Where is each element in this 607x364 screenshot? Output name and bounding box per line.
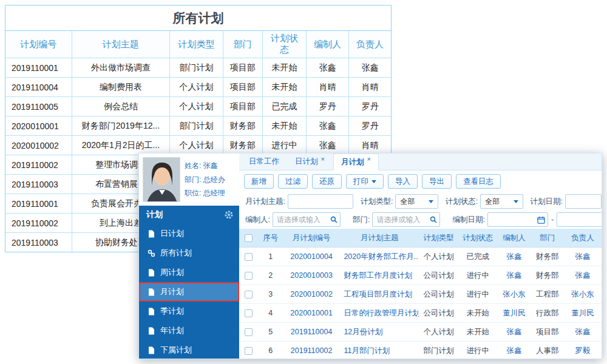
plan-code-cell: 2020010001	[283, 304, 341, 322]
created-date-end-input[interactable]	[557, 212, 602, 227]
avatar	[143, 157, 180, 202]
subject-cell-link[interactable]: 财务部工作月度计划	[344, 271, 412, 281]
cell: 肖晴	[349, 78, 391, 96]
cell: 财务部	[223, 116, 263, 135]
sidebar-nav: 日计划所有计划周计划月计划季计划年计划下属计划	[139, 224, 239, 359]
caret-down-icon	[514, 200, 518, 203]
gear-icon[interactable]	[225, 211, 233, 219]
subject-cell-link[interactable]: 12月份计划	[344, 327, 382, 337]
serial-cell: 3	[259, 285, 283, 303]
search-icon[interactable]	[430, 216, 437, 223]
creator-cell: 董川民	[498, 304, 531, 322]
calendar-icon[interactable]	[537, 216, 545, 224]
row-checkbox[interactable]	[245, 253, 253, 261]
cell: 部门计划	[170, 116, 223, 135]
plan-code-cell-link[interactable]: 2020010002	[290, 290, 333, 298]
creator-cell: 张鑫	[498, 342, 531, 359]
creator-cell-link[interactable]: 张小东	[503, 289, 526, 300]
plan-status-select[interactable]: 全部	[480, 194, 523, 209]
owner-cell-link[interactable]: 张小东	[571, 289, 594, 300]
subject-cell-link[interactable]: 日常的行政管理月计划	[344, 308, 419, 318]
checkbox-cell	[239, 304, 259, 322]
row-checkbox[interactable]	[245, 291, 253, 298]
print-button[interactable]: 打印	[346, 174, 384, 189]
subject-filter-input[interactable]	[288, 194, 353, 209]
sidebar-item-month-plan[interactable]: 月计划	[139, 282, 239, 302]
creator-cell-link[interactable]: 张鑫	[506, 252, 521, 262]
plan-code-cell-link[interactable]: 2020010004	[290, 252, 333, 261]
sidebar-item-all-plans[interactable]: 所有计划	[139, 243, 239, 263]
close-icon[interactable]: ×	[321, 155, 325, 163]
filter-button[interactable]: 过滤	[278, 174, 308, 189]
table-row[interactable]: 2020010001财务部门2019年12...部门计划财务部未开始张鑫罗丹	[5, 116, 391, 135]
search-icon[interactable]	[330, 216, 337, 223]
sidebar-item-subordinate-plan[interactable]: 下属计划	[139, 340, 239, 359]
subject-cell-link[interactable]: 工程项目部月度计划	[344, 289, 412, 300]
all-plans-title: 所有计划	[5, 5, 391, 31]
column-header: 计划状态	[458, 229, 498, 247]
column-header: 序号	[259, 229, 283, 247]
subject-cell-link[interactable]: 2020年财务部工作月...	[344, 252, 419, 262]
owner-cell: 张鑫	[564, 266, 602, 285]
table-row[interactable]: 2019110001外出做市场调查部门计划项目部未开始张鑫张鑫	[5, 58, 391, 77]
plan-code-cell-link[interactable]: 2020010003	[290, 271, 333, 280]
subject-cell-link[interactable]: 11月部门计划	[344, 346, 389, 356]
cell: 进行中	[263, 136, 307, 155]
tab-daily-work[interactable]: 日常工作	[242, 153, 287, 170]
cell: 2019110003	[5, 175, 72, 194]
toolbar: 新增过滤还原打印导入导出查看日志	[239, 170, 602, 192]
tab-bar: 日常工作日计划×月计划×	[239, 153, 602, 170]
import-button[interactable]: 导入	[388, 174, 418, 189]
subject-cell: 财务部工作月度计划	[340, 266, 419, 285]
tab-day-plan[interactable]: 日计划×	[288, 153, 332, 170]
status-cell: 未开始	[458, 304, 498, 322]
owner-cell-link[interactable]: 罗毅	[575, 346, 591, 356]
row-checkbox[interactable]	[245, 347, 253, 355]
select-all-checkbox[interactable]	[245, 234, 253, 242]
row-checkbox[interactable]	[245, 309, 253, 317]
plan-code-cell: 2020010002	[283, 285, 341, 303]
doc-icon	[148, 288, 155, 296]
checkbox-cell	[239, 285, 259, 303]
sidebar-header: 计划	[139, 206, 239, 224]
type-cell: 个人计划	[419, 248, 458, 266]
sidebar-item-day-plan[interactable]: 日计划	[139, 224, 239, 243]
plan-date-input[interactable]	[565, 194, 602, 209]
creator-cell-link[interactable]: 张鑫	[506, 346, 521, 356]
tab-month-plan[interactable]: 月计划×	[333, 153, 379, 170]
button-label: 打印	[353, 177, 368, 187]
doc-icon	[148, 327, 155, 335]
table-row[interactable]: 2019110005例会总结个人计划项目部已完成罗丹罗丹	[5, 96, 391, 116]
cell: 项目部	[223, 78, 263, 96]
cell: 张鑫	[307, 116, 349, 135]
table-row[interactable]: 20200100022020年1月2日的工...个人计划财务部进行中张鑫肖晴	[5, 135, 391, 155]
owner-cell-link[interactable]: 董川民	[571, 308, 594, 318]
row-checkbox[interactable]	[245, 272, 253, 280]
row-checkbox[interactable]	[245, 328, 253, 336]
owner-cell-link[interactable]: 张鑫	[575, 271, 591, 281]
creator-cell: 张鑫	[498, 266, 531, 285]
add-button[interactable]: 新增	[244, 174, 274, 189]
owner-cell-link[interactable]: 张鑫	[575, 327, 591, 337]
close-icon[interactable]: ×	[367, 155, 370, 163]
restore-button[interactable]: 还原	[312, 174, 342, 189]
subject-cell: 11月部门计划	[340, 342, 419, 359]
plan-code-cell-link[interactable]: 2019110004	[291, 328, 333, 336]
view-log-button[interactable]: 查看日志	[456, 174, 501, 189]
dept-cell: 项目部	[531, 323, 564, 341]
cell: 罗丹	[349, 116, 391, 135]
owner-cell-link[interactable]: 张鑫	[575, 252, 591, 262]
sidebar-item-quarter-plan[interactable]: 季计划	[139, 302, 239, 321]
plan-code-cell-link[interactable]: 2020010001	[290, 309, 333, 317]
table-row[interactable]: 2019110004编制费用表个人计划项目部未开始肖晴肖晴	[5, 77, 391, 96]
creator-cell-link[interactable]: 董川民	[503, 308, 526, 318]
caret-down-icon	[371, 180, 376, 183]
plan-code-cell-link[interactable]: 2019110002	[291, 346, 333, 355]
export-button[interactable]: 导出	[422, 174, 452, 189]
creator-cell-link[interactable]: 张鑫	[506, 271, 521, 281]
sidebar-item-year-plan[interactable]: 年计划	[139, 321, 239, 340]
plan-type-select[interactable]: 全部	[395, 194, 438, 209]
date-range-separator: -	[551, 215, 554, 224]
creator-cell-link[interactable]: 张鑫	[506, 327, 521, 337]
sidebar-item-week-plan[interactable]: 周计划	[139, 263, 239, 282]
